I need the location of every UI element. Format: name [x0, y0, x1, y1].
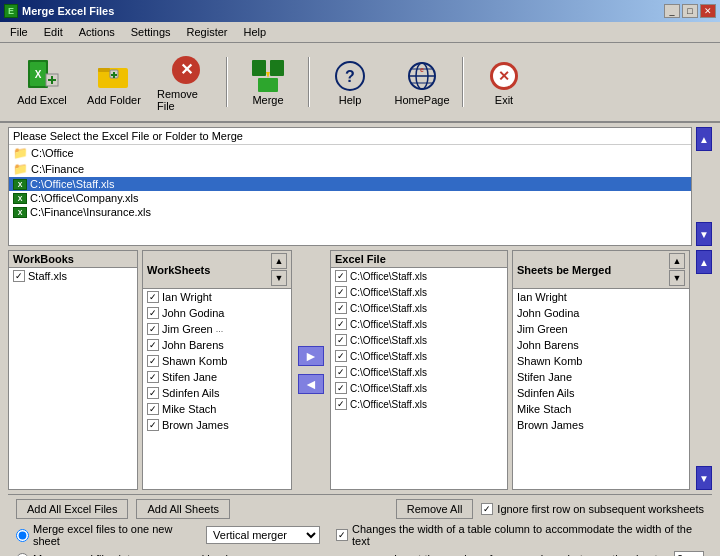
list-item[interactable]: ✓ C:\Office\Staff.xls [331, 380, 507, 396]
list-item[interactable]: ✓ Mike Stach [143, 401, 291, 417]
checkbox[interactable]: ✓ [335, 270, 347, 282]
right-scroll-down-button[interactable]: ▼ [696, 466, 712, 490]
list-item[interactable]: ✓ Shawn Komb [143, 353, 291, 369]
file-list[interactable]: 📁 C:\Office 📁 C:\Finance X C:\Office\Sta… [9, 145, 691, 245]
menu-register[interactable]: Register [181, 24, 234, 40]
changes-width-checkbox[interactable]: ✓ [336, 529, 348, 541]
checkbox[interactable]: ✓ [147, 291, 159, 303]
menu-edit[interactable]: Edit [38, 24, 69, 40]
list-item[interactable]: Mike Stach [513, 401, 689, 417]
minimize-button[interactable]: _ [664, 4, 680, 18]
workbooks-panel: WorkBooks ✓ Staff.xls [8, 250, 138, 490]
merge-mode-dropdown[interactable]: Vertical merger Horizontal merger [206, 526, 320, 544]
checkbox[interactable]: ✓ [335, 350, 347, 362]
checkbox[interactable]: ✓ [147, 387, 159, 399]
list-item[interactable]: Jim Green [513, 321, 689, 337]
arrow-left-button[interactable]: ◄ [298, 374, 324, 394]
folder-icon: 📁 [13, 162, 28, 176]
list-item[interactable]: ✓ John Barens [143, 337, 291, 353]
scroll-down-button[interactable]: ▼ [696, 222, 712, 246]
workbooks-list[interactable]: ✓ Staff.xls [9, 268, 137, 489]
menu-file[interactable]: File [4, 24, 34, 40]
remove-file-button[interactable]: ✕ Remove File [152, 47, 220, 117]
list-item[interactable]: ✓ C:\Office\Staff.xls [331, 396, 507, 412]
list-item[interactable]: ✓ C:\Office\Staff.xls [331, 268, 507, 284]
add-folder-button[interactable]: Add Folder [80, 53, 148, 111]
add-all-sheets-button[interactable]: Add All Sheets [136, 499, 230, 519]
menu-settings[interactable]: Settings [125, 24, 177, 40]
close-button[interactable]: ✕ [700, 4, 716, 18]
list-item[interactable]: X C:\Office\Staff.xls [9, 177, 691, 191]
checkbox[interactable]: ✓ [335, 302, 347, 314]
menu-help[interactable]: Help [238, 24, 273, 40]
list-item[interactable]: ✓ Sdinfen Ails [143, 385, 291, 401]
ws-scroll-down[interactable]: ▼ [271, 270, 287, 286]
merge-to-sheet-label[interactable]: Merge excel files to one new sheet [16, 523, 198, 547]
arrow-right-button[interactable]: ► [298, 346, 324, 366]
checkbox[interactable]: ✓ [335, 382, 347, 394]
list-item[interactable]: Ian Wright [513, 289, 689, 305]
merge-button[interactable]: Merge [234, 53, 302, 111]
list-item[interactable]: 📁 C:\Office [9, 145, 691, 161]
sm-scroll-down[interactable]: ▼ [669, 270, 685, 286]
checkbox[interactable]: ✓ [147, 355, 159, 367]
list-item[interactable]: Brown James [513, 417, 689, 433]
list-item[interactable]: 📁 C:\Finance [9, 161, 691, 177]
exit-button[interactable]: ✕ Exit [470, 53, 538, 111]
maximize-button[interactable]: □ [682, 4, 698, 18]
list-item[interactable]: Sdinfen Ails [513, 385, 689, 401]
add-excel-button[interactable]: X Add Excel [8, 53, 76, 111]
merge-to-sheet-radio[interactable] [16, 529, 29, 542]
list-item[interactable]: ✓ C:\Office\Staff.xls [331, 316, 507, 332]
add-all-excel-files-button[interactable]: Add All Excel Files [16, 499, 128, 519]
excel-file-list[interactable]: ✓ C:\Office\Staff.xls ✓ C:\Office\Staff.… [331, 268, 507, 489]
checkbox[interactable]: ✓ [335, 334, 347, 346]
worksheets-header: WorkSheets ▲ ▼ [143, 251, 291, 289]
ws-scroll-up[interactable]: ▲ [271, 253, 287, 269]
list-item[interactable]: ✓ Brown James [143, 417, 291, 433]
homepage-button[interactable]: e HomePage [388, 53, 456, 111]
list-item[interactable]: ✓ C:\Office\Staff.xls [331, 332, 507, 348]
list-item[interactable]: ✓ Stifen Jane [143, 369, 291, 385]
ignore-first-row-checkbox[interactable]: ✓ [481, 503, 493, 515]
worksheets-list[interactable]: ✓ Ian Wright ✓ John Godina ✓ Jim Green .… [143, 289, 291, 489]
help-button[interactable]: ? Help [316, 53, 384, 111]
checkbox[interactable]: ✓ [335, 398, 347, 410]
checkbox[interactable]: ✓ [147, 323, 159, 335]
right-scroll-up-button[interactable]: ▲ [696, 250, 712, 274]
list-item[interactable]: Stifen Jane [513, 369, 689, 385]
insert-rows-input[interactable] [674, 551, 704, 556]
checkbox[interactable]: ✓ [335, 366, 347, 378]
ignore-first-row-label[interactable]: ✓ Ignore first row on subsequent workshe… [481, 503, 704, 515]
merge-to-workbook-radio[interactable] [16, 553, 29, 557]
file-name: C:\Office [31, 147, 74, 159]
list-item[interactable]: Shawn Komb [513, 353, 689, 369]
checkbox[interactable]: ✓ [13, 270, 25, 282]
checkbox[interactable]: ✓ [335, 318, 347, 330]
list-item[interactable]: X C:\Finance\Insurance.xls [9, 205, 691, 219]
list-item[interactable]: ✓ C:\Office\Staff.xls [331, 284, 507, 300]
list-item[interactable]: John Barens [513, 337, 689, 353]
checkbox[interactable]: ✓ [147, 371, 159, 383]
menu-actions[interactable]: Actions [73, 24, 121, 40]
checkbox[interactable]: ✓ [147, 339, 159, 351]
merge-to-workbook-label[interactable]: Merge excel files into one new workbook [16, 553, 231, 557]
checkbox[interactable]: ✓ [147, 403, 159, 415]
list-item[interactable]: ✓ C:\Office\Staff.xls [331, 348, 507, 364]
list-item[interactable]: ✓ Staff.xls [9, 268, 137, 284]
checkbox[interactable]: ✓ [147, 419, 159, 431]
list-item[interactable]: ✓ Jim Green ... [143, 321, 291, 337]
checkbox[interactable]: ✓ [147, 307, 159, 319]
sheets-merged-list[interactable]: Ian Wright John Godina Jim Green John Ba… [513, 289, 689, 489]
changes-width-label[interactable]: ✓ Changes the width of a table column to… [336, 523, 704, 547]
list-item[interactable]: ✓ C:\Office\Staff.xls [331, 300, 507, 316]
list-item[interactable]: ✓ John Godina [143, 305, 291, 321]
scroll-up-button[interactable]: ▲ [696, 127, 712, 151]
remove-all-button[interactable]: Remove All [396, 499, 474, 519]
checkbox[interactable]: ✓ [335, 286, 347, 298]
list-item[interactable]: John Godina [513, 305, 689, 321]
list-item[interactable]: ✓ C:\Office\Staff.xls [331, 364, 507, 380]
list-item[interactable]: ✓ Ian Wright [143, 289, 291, 305]
list-item[interactable]: X C:\Office\Company.xls [9, 191, 691, 205]
sm-scroll-up[interactable]: ▲ [669, 253, 685, 269]
